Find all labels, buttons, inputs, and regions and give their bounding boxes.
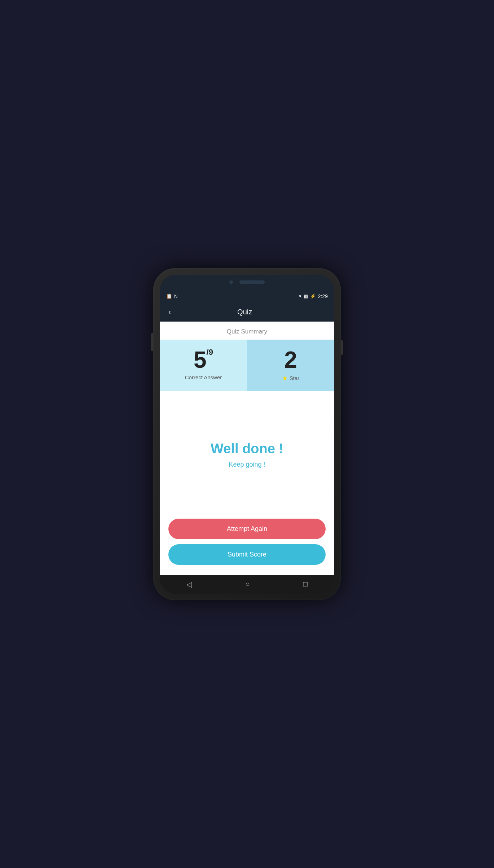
- well-done-text: Well done !: [211, 441, 283, 457]
- score-fraction: 5 /9: [194, 348, 213, 371]
- quiz-summary-title: Quiz Summary: [160, 322, 334, 340]
- status-right-icons: ▾ ▩ ⚡ 2:29: [299, 293, 328, 299]
- camera-icon: [229, 280, 233, 284]
- action-buttons: Attempt Again Submit Score: [160, 513, 334, 575]
- app-bar: ‹ Quiz: [160, 303, 334, 322]
- speaker-grille: [239, 280, 265, 284]
- phone-screen: 📋 N ▾ ▩ ⚡ 2:29 ‹ Quiz Quiz Summary: [160, 275, 334, 594]
- wifi-icon: ▾: [299, 293, 301, 299]
- nav-back-icon[interactable]: ◁: [186, 580, 192, 589]
- power-button: [341, 340, 343, 355]
- battery-icon: ⚡: [310, 293, 316, 299]
- status-left-icons: 📋 N: [166, 293, 177, 299]
- star-panel: 2 ★ Star: [247, 340, 334, 391]
- correct-score-number: 5: [194, 348, 207, 371]
- signal-icon: ▩: [304, 293, 308, 299]
- star-label-area: ★ Star: [282, 374, 300, 382]
- nav-home-icon[interactable]: ○: [245, 580, 250, 588]
- submit-score-button[interactable]: Submit Score: [168, 544, 326, 565]
- star-icon: ★: [282, 374, 288, 382]
- nav-bar: ◁ ○ □: [160, 575, 334, 594]
- correct-answer-panel: 5 /9 Correct Answer: [160, 340, 247, 391]
- total-questions: /9: [207, 348, 213, 356]
- message-area: Well done ! Keep going !: [160, 391, 334, 513]
- status-bar: 📋 N ▾ ▩ ⚡ 2:29: [160, 290, 334, 303]
- screen-content: Quiz Summary 5 /9 Correct Answer 2 ★ Sta…: [160, 322, 334, 575]
- star-text: Star: [290, 375, 300, 381]
- keep-going-text: Keep going !: [229, 461, 265, 468]
- phone-top-hardware: [160, 275, 334, 290]
- status-time: 2:29: [318, 293, 328, 299]
- nav-recents-icon[interactable]: □: [303, 580, 308, 588]
- app-title: Quiz: [174, 308, 316, 316]
- app-status-icon: 📋: [166, 293, 172, 299]
- star-count-number: 2: [284, 348, 297, 371]
- notification-icon: N: [174, 293, 177, 299]
- phone-frame: 📋 N ▾ ▩ ⚡ 2:29 ‹ Quiz Quiz Summary: [153, 268, 341, 600]
- score-section: 5 /9 Correct Answer 2 ★ Star: [160, 340, 334, 391]
- correct-answer-label: Correct Answer: [185, 374, 222, 380]
- attempt-again-button[interactable]: Attempt Again: [168, 519, 326, 539]
- volume-button: [151, 333, 153, 351]
- back-button[interactable]: ‹: [166, 306, 174, 318]
